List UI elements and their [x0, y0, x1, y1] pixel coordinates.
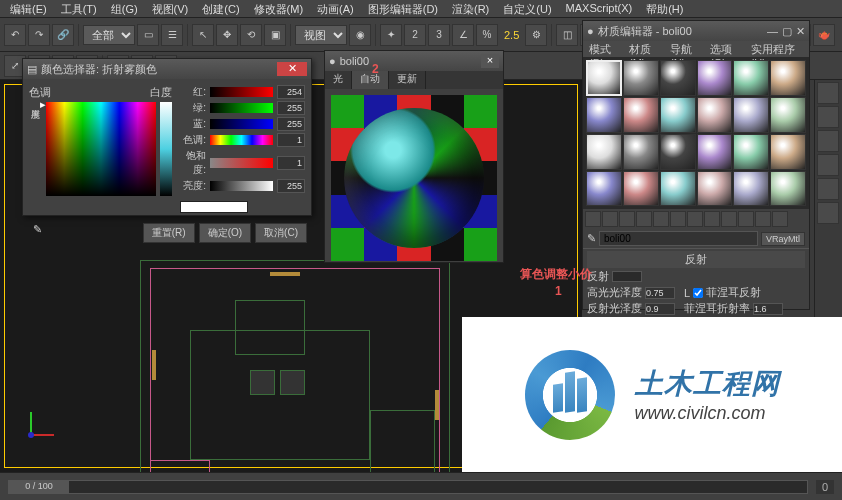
- me-menu-navigation[interactable]: 导航(N): [667, 42, 706, 56]
- material-slot[interactable]: [770, 97, 806, 133]
- scale-icon[interactable]: ▣: [264, 24, 286, 46]
- select-name-icon[interactable]: ☰: [161, 24, 183, 46]
- val-input[interactable]: [277, 179, 305, 193]
- redo-icon[interactable]: ↷: [28, 24, 50, 46]
- rotate-icon[interactable]: ⟲: [240, 24, 262, 46]
- cursor-icon[interactable]: ↖: [192, 24, 214, 46]
- minimize-icon[interactable]: —: [767, 25, 778, 37]
- modify-tab-icon[interactable]: [817, 106, 839, 128]
- me-menu-mode[interactable]: 模式(D): [586, 42, 625, 56]
- material-slot[interactable]: [660, 97, 696, 133]
- blue-input[interactable]: [277, 117, 305, 131]
- material-slot[interactable]: [623, 134, 659, 170]
- show-map-icon[interactable]: [721, 211, 737, 227]
- refl-gloss-input[interactable]: [645, 303, 675, 315]
- material-slot[interactable]: [586, 134, 622, 170]
- snap-angle-icon[interactable]: ∠: [452, 24, 474, 46]
- render-icon[interactable]: 🫖: [813, 24, 835, 46]
- me-menu-utilities[interactable]: 实用程序(U): [748, 42, 806, 56]
- me-menu-options[interactable]: 选项(O): [707, 42, 747, 56]
- close-button[interactable]: ✕: [277, 62, 307, 76]
- material-slot[interactable]: [733, 97, 769, 133]
- go-parent-icon[interactable]: [755, 211, 771, 227]
- frame-indicator[interactable]: 0 / 100: [9, 481, 69, 493]
- display-tab-icon[interactable]: [817, 178, 839, 200]
- material-slot[interactable]: [697, 97, 733, 133]
- green-slider[interactable]: [210, 103, 273, 113]
- undo-icon[interactable]: ↶: [4, 24, 26, 46]
- make-unique-icon[interactable]: [670, 211, 686, 227]
- blue-slider[interactable]: [210, 119, 273, 129]
- sat-input[interactable]: [277, 156, 305, 170]
- preview-tab-auto[interactable]: 自动: [352, 71, 389, 89]
- maximize-icon[interactable]: ▢: [782, 25, 792, 38]
- snap-3d-icon[interactable]: 3: [428, 24, 450, 46]
- motion-tab-icon[interactable]: [817, 154, 839, 176]
- material-slot[interactable]: [660, 134, 696, 170]
- material-slot[interactable]: [623, 171, 659, 207]
- material-slot[interactable]: [697, 60, 733, 96]
- material-type-button[interactable]: VRayMtl: [761, 232, 805, 246]
- material-slot[interactable]: [770, 60, 806, 96]
- lightness-slider[interactable]: [160, 102, 172, 196]
- menu-views[interactable]: 视图(V): [146, 1, 195, 16]
- material-slot[interactable]: [586, 97, 622, 133]
- assign-material-icon[interactable]: [619, 211, 635, 227]
- menu-create[interactable]: 创建(C): [196, 1, 245, 16]
- sat-slider[interactable]: [210, 158, 273, 168]
- move-icon[interactable]: ✥: [216, 24, 238, 46]
- me-menu-material[interactable]: 材质(M): [626, 42, 666, 56]
- material-slot[interactable]: [733, 60, 769, 96]
- material-slot[interactable]: [623, 97, 659, 133]
- menu-help[interactable]: 帮助(H): [640, 1, 689, 16]
- reflection-rollout-header[interactable]: 反射: [587, 251, 805, 268]
- show-result-icon[interactable]: [738, 211, 754, 227]
- ok-button[interactable]: 确定(O): [199, 223, 251, 243]
- mirror-icon[interactable]: ◫: [556, 24, 578, 46]
- menu-group[interactable]: 组(G): [105, 1, 144, 16]
- pivot-icon[interactable]: ◉: [349, 24, 371, 46]
- manipulate-icon[interactable]: ✦: [380, 24, 402, 46]
- material-slot[interactable]: [586, 60, 622, 96]
- material-slot[interactable]: [770, 134, 806, 170]
- material-id-icon[interactable]: [704, 211, 720, 227]
- hue-input[interactable]: [277, 133, 305, 147]
- material-slot[interactable]: [660, 60, 696, 96]
- material-slot[interactable]: [697, 134, 733, 170]
- reset-map-icon[interactable]: [636, 211, 652, 227]
- get-material-icon[interactable]: [585, 211, 601, 227]
- fresnel-ior-input[interactable]: [753, 303, 783, 315]
- hilight-input[interactable]: [645, 287, 675, 299]
- val-slider[interactable]: [210, 181, 273, 191]
- put-library-icon[interactable]: [687, 211, 703, 227]
- close-icon[interactable]: ✕: [796, 25, 805, 38]
- go-sibling-icon[interactable]: [772, 211, 788, 227]
- timeline-slider[interactable]: 0 / 100: [8, 480, 808, 494]
- preview-tab-light[interactable]: 光: [325, 71, 352, 89]
- link-icon[interactable]: 🔗: [52, 24, 74, 46]
- material-slot[interactable]: [733, 171, 769, 207]
- menu-animation[interactable]: 动画(A): [311, 1, 360, 16]
- eyedropper-icon[interactable]: ✎: [33, 223, 42, 243]
- material-slot[interactable]: [733, 134, 769, 170]
- menu-edit[interactable]: 编辑(E): [4, 1, 53, 16]
- red-slider[interactable]: [210, 87, 273, 97]
- material-slot[interactable]: [697, 171, 733, 207]
- red-input[interactable]: [277, 85, 305, 99]
- menu-modifiers[interactable]: 修改器(M): [248, 1, 310, 16]
- reflect-color-swatch[interactable]: [612, 271, 642, 282]
- material-slot[interactable]: [660, 171, 696, 207]
- snap-options-icon[interactable]: ⚙: [525, 24, 547, 46]
- ref-coord-system[interactable]: 视图: [295, 25, 347, 45]
- selection-filter[interactable]: 全部: [83, 25, 135, 45]
- dialog-titlebar[interactable]: ▤ 颜色选择器: 折射雾颜色 ✕: [23, 59, 311, 79]
- pick-icon[interactable]: ✎: [587, 232, 596, 245]
- hue-sat-picker[interactable]: ▸: [46, 102, 156, 196]
- put-material-icon[interactable]: [602, 211, 618, 227]
- utilities-tab-icon[interactable]: [817, 202, 839, 224]
- material-slot[interactable]: [770, 171, 806, 207]
- mat-editor-titlebar[interactable]: ● 材质编辑器 - boli00 — ▢ ✕: [583, 21, 809, 41]
- fresnel-checkbox[interactable]: [693, 288, 703, 298]
- make-copy-icon[interactable]: [653, 211, 669, 227]
- material-name-input[interactable]: [599, 231, 758, 246]
